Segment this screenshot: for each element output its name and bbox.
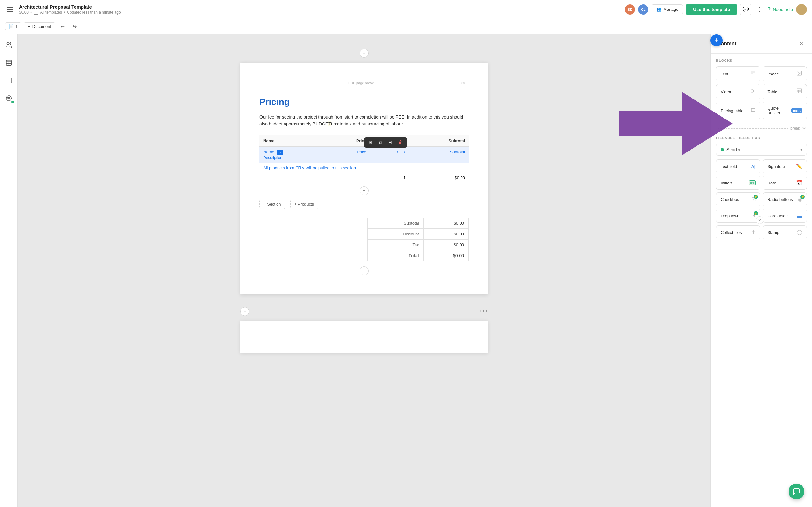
field-initials[interactable]: Initials IN [716,176,760,190]
sender-dot [721,148,724,151]
text-field-icon: A| [751,164,755,169]
folder-icon [34,11,38,14]
add-section-button[interactable]: + Section [259,200,285,209]
block-image[interactable]: Image [763,66,807,81]
lightning-badge: ⚡ [754,194,758,199]
block-pricing-table[interactable]: Pricing table [716,102,760,119]
chat-icon-button[interactable]: 💬 [740,4,751,15]
field-stamp[interactable]: Stamp ◯ [763,225,807,239]
manage-button[interactable]: 👥 Manage [652,4,683,14]
svg-point-9 [7,97,8,98]
hamburger-menu[interactable] [5,5,15,14]
table-row-totals: 1 $0.00 [259,173,469,183]
scissors-icon[interactable]: ✂ [461,80,465,86]
duplicate-icon[interactable]: ⧉ [377,139,383,146]
field-card-details[interactable]: Card details ▬ [763,209,807,223]
panel-content: BLOCKS Text Image [711,54,812,507]
add-below-row-button[interactable]: + [259,267,469,275]
col-name: Name [259,135,327,147]
col-subtotal: Subtotal [409,135,469,147]
text-block-icon [750,70,756,77]
close-panel-button[interactable]: ✕ [797,39,806,48]
add-products-button[interactable]: + Products [290,200,318,209]
col-price: Price [327,135,370,147]
undo-button[interactable]: ↩ [58,22,67,32]
plus-circle-icon[interactable]: + [360,49,368,58]
pricing-description: Our fee for seeing the project through f… [259,113,469,128]
block-text[interactable]: Text [716,66,760,81]
toolbar-left: 📄 1 + Document ↩ ↪ [5,22,79,32]
plus-icon: + [28,24,31,29]
left-sidebar [0,34,18,507]
layout-icon[interactable] [3,57,14,68]
field-radio-buttons[interactable]: Radio buttons ◉ ⚡ [763,192,807,206]
redo-button[interactable]: ↪ [70,22,79,32]
block-video[interactable]: Video [716,84,760,99]
fields-grid: Text field A| Signature ✏️ Initials IN D… [716,159,807,239]
palette-icon[interactable] [3,93,14,104]
discount-row: Discount $0.00 [368,228,469,239]
field-text[interactable]: Text field A| [716,159,760,173]
svg-rect-20 [797,89,802,93]
main-layout: + PDF page break ✂ Pricing Our fee for s… [0,34,812,507]
right-panel: + Content ✕ BLOCKS Text [711,34,812,507]
title-area: Architectural Proposal Template $0.00 • … [19,4,621,14]
svg-point-10 [9,97,10,98]
add-above-button[interactable]: + [360,49,368,58]
svg-marker-19 [751,89,754,93]
lightning-badge-radio: ⚡ [800,194,805,199]
svg-point-12 [9,98,10,99]
page-break-row: break ✂ [716,126,807,131]
people-icon[interactable] [3,39,14,51]
field-checkbox[interactable]: Checkbox ☑ ⚡ [716,192,760,206]
help-button[interactable]: ? Need help [767,6,793,13]
more-options-button[interactable]: ⋮ [755,5,764,14]
table-block-icon [797,88,802,95]
user-avatar[interactable] [796,4,807,15]
add-content-button[interactable]: + [711,34,722,46]
initials-icon: IN [749,180,756,185]
field-date[interactable]: Date 📅 [763,176,807,190]
document-icon: 📄 [9,24,14,29]
block-quote-builder[interactable]: Quote Builder BETA [763,102,807,119]
panel-header: Content ✕ [711,34,812,54]
lightning-badge-dropdown: ⚡ [754,211,758,216]
pricing-table-icon [750,107,756,114]
total-row: Total $0.00 [368,250,469,261]
image-block-icon [797,70,802,77]
blocks-grid: Text Image [716,66,807,119]
collect-files-icon: ⬆ [751,229,756,235]
add-row-button[interactable]: + [259,186,469,195]
more-options-dots[interactable]: ••• [480,308,488,315]
block-table[interactable]: Table [763,84,807,99]
video-block-icon [750,88,756,95]
tax-row: Tax $0.00 [368,239,469,250]
code-icon[interactable] [3,75,14,86]
document-page: PDF page break ✂ Pricing Our fee for see… [241,63,488,294]
table-row-name[interactable]: Name ▾ Description Price QTY Subtotal [259,147,469,163]
svg-point-8 [6,96,11,101]
add-section-row: + Section + Products [259,200,469,209]
bottom-bar: + ••• [241,302,488,321]
pdf-page-break-top: PDF page break ✂ [259,78,469,88]
document-button[interactable]: + Document [24,22,55,31]
document-page-2 [241,321,488,353]
settings-icon[interactable]: ⊟ [387,139,393,146]
delete-icon[interactable]: 🗑 [397,139,404,146]
use-template-button[interactable]: Use this template [686,4,737,15]
subtotal-row: Subtotal $0.00 [368,218,469,228]
field-signature[interactable]: Signature ✏️ [763,159,807,173]
field-dropdown[interactable]: Dropdown ▾ ⚡ [716,209,760,223]
dropdown-tag: ▾ [277,150,283,155]
document-canvas: + PDF page break ✂ Pricing Our fee for s… [18,34,711,507]
beta-badge: BETA [792,108,802,113]
field-collect-files[interactable]: Collect files ⬆ [716,225,760,239]
close-x-button[interactable]: ✕ [756,216,763,224]
insert-row-icon[interactable]: ⊞ [367,139,374,146]
chat-bubble-button[interactable] [789,484,804,499]
document-meta: $0.00 • All templates • Updated less tha… [19,10,621,14]
sender-selector[interactable]: Sender ▾ [716,144,807,156]
scissors-icon[interactable]: ✂ [803,126,806,131]
date-icon: 📅 [796,180,802,186]
add-page-button[interactable]: + [241,307,249,316]
